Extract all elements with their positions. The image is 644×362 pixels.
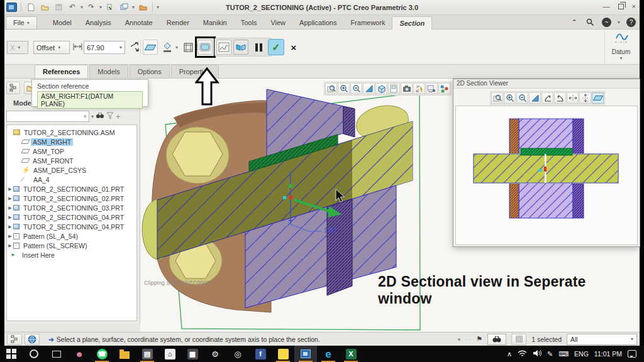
expand-icon[interactable]: ▶ — [7, 224, 13, 229]
tab-references[interactable]: References — [35, 65, 88, 78]
selection-filter-combo[interactable]: All▾ — [567, 334, 637, 345]
redo-button[interactable]: ↷ — [86, 1, 97, 13]
tree-toggle-icon[interactable] — [6, 82, 20, 94]
zoom-in-icon[interactable] — [504, 92, 516, 104]
show-2d-viewer-icon[interactable] — [197, 40, 213, 55]
show-hidden-icons[interactable]: ∧ — [507, 350, 512, 358]
find-button[interactable] — [487, 334, 506, 345]
customize-qat-dropdown[interactable]: ▾ — [157, 4, 159, 10]
section-plane-icon[interactable] — [592, 92, 604, 104]
hatch-pattern-icon[interactable] — [216, 40, 231, 55]
tab-tools[interactable]: Tools — [234, 16, 264, 30]
expand-icon[interactable]: ▶ — [7, 196, 13, 201]
new-file-button[interactable] — [25, 1, 36, 13]
tab-options[interactable]: Options — [130, 65, 170, 78]
expand-icon[interactable]: ▶ — [7, 187, 13, 192]
pause-icon[interactable] — [251, 40, 266, 55]
tree-row-asm-right[interactable]: ASM_RIGHT — [7, 137, 136, 146]
tree-row-part-04a[interactable]: ▶TUTOR_2_SECTIONING_04.PRT — [7, 212, 136, 222]
render-scene-icon[interactable] — [401, 83, 413, 94]
save-button[interactable] — [53, 1, 64, 13]
pen-icon[interactable]: ✎ — [547, 350, 553, 358]
settings-plus-icon[interactable]: + — [116, 112, 121, 121]
tab-analysis[interactable]: Analysis — [79, 16, 118, 30]
start-button[interactable] — [0, 346, 23, 362]
refit-icon[interactable] — [529, 92, 541, 104]
people-app-icon[interactable]: ☻ — [68, 346, 91, 362]
collapse-ribbon-icon[interactable]: ⌃ — [569, 17, 579, 27]
web-browser-icon[interactable] — [25, 334, 40, 345]
cortana-icon[interactable] — [23, 346, 45, 362]
section-plane-icon[interactable] — [143, 40, 158, 55]
sticky-notes-icon[interactable] — [272, 346, 294, 362]
undo-dropdown[interactable]: ▾ — [80, 4, 83, 10]
regenerate-button[interactable] — [104, 1, 116, 13]
accept-button[interactable]: ✓ — [268, 39, 284, 55]
flip-section-icon[interactable] — [233, 40, 248, 55]
movies-tv-icon[interactable]: ▤ — [136, 346, 158, 362]
tab-file[interactable]: File▾ — [6, 16, 37, 30]
tab-section[interactable]: Section — [392, 16, 432, 30]
volume-icon[interactable] — [533, 349, 541, 358]
expand-icon[interactable]: ▶ — [7, 243, 13, 248]
saved-views-icon[interactable] — [375, 83, 387, 94]
datum-group[interactable]: Datum ▾ — [604, 32, 637, 63]
tree-row-part-01[interactable]: ▶TUTOR_2_SECTIONING_01.PRT — [7, 184, 136, 194]
open-file-button[interactable] — [39, 1, 50, 13]
search-dropdown[interactable]: ▾ — [91, 114, 94, 119]
fill-hatch-icon[interactable] — [160, 40, 175, 55]
expand-icon[interactable]: ▶ — [7, 206, 13, 211]
task-view-icon[interactable] — [45, 346, 68, 362]
creo-taskbar-icon[interactable] — [294, 346, 317, 362]
minimize-button[interactable]: — — [603, 3, 610, 10]
edge-icon[interactable]: e — [317, 346, 340, 362]
tree-row-part-04b[interactable]: ▶TUTOR_2_SECTIONING_04.PRT — [7, 222, 136, 231]
expand-icon[interactable]: ▶ — [7, 234, 13, 239]
2d-section-viewer-window[interactable]: 2D Section Viewer — [453, 79, 640, 247]
clear-search-icon[interactable]: × — [83, 113, 87, 120]
selection-buffer-icon[interactable] — [511, 334, 526, 345]
flip-vertical-icon[interactable] — [579, 92, 591, 104]
connect-icon[interactable]: ~ — [602, 18, 611, 27]
creo-app-icon[interactable] — [6, 3, 17, 12]
wifi-icon[interactable] — [518, 349, 527, 358]
tree-row-part-02[interactable]: ▶TUTOR_2_SECTIONING_02.PRT — [7, 194, 136, 203]
tab-annotate[interactable]: Annotate — [118, 16, 160, 30]
tab-model[interactable]: Model — [46, 16, 79, 30]
tab-framework[interactable]: Framework — [343, 16, 392, 30]
connect-dropdown[interactable]: ▾ — [618, 19, 620, 25]
redo-dropdown[interactable]: ▾ — [99, 4, 102, 10]
tree-row-csys[interactable]: ⚡ASM_DEF_CSYS — [7, 165, 136, 175]
tree-row-part-03[interactable]: ▶TUTOR_2_SECTIONING_03.PRT — [7, 203, 136, 212]
action-center-icon[interactable] — [628, 350, 636, 358]
tab-view[interactable]: View — [264, 16, 292, 30]
filter-icon[interactable] — [106, 112, 114, 121]
screen-recorder-icon[interactable]: ◎ — [226, 346, 249, 362]
tree-toggle-icon[interactable] — [7, 334, 22, 345]
notification-flag-icon[interactable]: ⚑ — [476, 335, 482, 343]
tree-search-input[interactable]: × — [6, 111, 89, 122]
file-explorer-icon[interactable] — [113, 346, 136, 362]
zoom-out-icon[interactable] — [350, 83, 362, 94]
window-switch-button[interactable] — [118, 1, 130, 13]
section-reference-value[interactable]: ASM_RIGHT:F1(DATUM PLANE) — [37, 91, 143, 109]
tree-row-pattern-screw[interactable]: ▶Pattern (SL_SCREW) — [7, 241, 136, 250]
tab-render[interactable]: Render — [160, 16, 196, 30]
tree-row-asm-top[interactable]: ASM_TOP — [7, 146, 136, 156]
find-icon[interactable] — [96, 112, 104, 121]
tab-manikin[interactable]: Manikin — [196, 16, 234, 30]
close-button[interactable]: × — [632, 3, 636, 10]
fill-hatch-dropdown[interactable]: ▾ — [175, 45, 178, 50]
zoom-out-icon[interactable] — [516, 92, 528, 104]
tree-row-asm-front[interactable]: ASM_FRONT — [7, 156, 136, 165]
facebook-icon[interactable]: f — [249, 346, 272, 362]
language-indicator[interactable]: ENG — [574, 350, 589, 358]
rotate-cw-icon[interactable] — [554, 92, 566, 104]
expand-icon[interactable]: ▶ — [7, 215, 13, 220]
refit-icon[interactable] — [363, 83, 375, 94]
tab-applications[interactable]: Applications — [292, 16, 343, 30]
tree-row-pattern-a54[interactable]: ▶Pattern (SL_A_54) — [7, 231, 136, 241]
view-manager-icon[interactable] — [438, 83, 450, 94]
cancel-button[interactable]: × — [287, 39, 301, 55]
calculator-icon[interactable]: ▦ — [181, 346, 204, 362]
